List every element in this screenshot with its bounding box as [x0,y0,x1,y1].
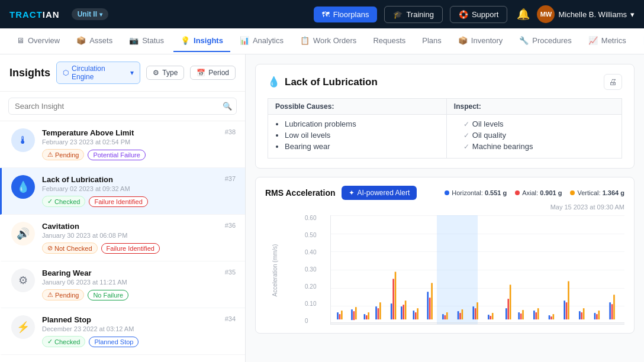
insight-icon: ⚡ [11,315,35,339]
svg-rect-19 [415,312,417,319]
svg-rect-43 [535,312,537,319]
print-button[interactable]: 🖨 [604,74,622,90]
y-axis-labels: 0.60 0.50 0.40 0.30 0.20 0.10 0 [301,215,320,324]
tag-badge: No Failure [88,290,128,300]
notifications-icon[interactable]: 🔔 [517,8,530,21]
training-button[interactable]: 🎓 Training [384,6,442,23]
unit-label: Unit II [78,10,97,18]
inspect-cell: ✓Oil levels ✓Oil quality ✓Machine bearin… [446,115,622,159]
print-icon: 🖨 [609,77,617,86]
nav-inventory[interactable]: 📦 Inventory [451,30,510,52]
floorplans-button[interactable]: 🗺 Floorplans [314,7,378,22]
top-nav: TRACTIAN Unit II ▾ 🗺 Floorplans 🎓 Traini… [0,0,644,28]
avatar: MW [537,5,555,23]
type-filter-icon: ⚙ [153,69,159,77]
svg-rect-51 [579,311,581,319]
svg-rect-28 [459,313,461,319]
svg-rect-18 [413,311,415,319]
svg-rect-13 [392,279,394,319]
type-filter[interactable]: ⚙ Type [146,66,184,80]
training-icon: 🎓 [393,10,402,19]
svg-rect-21 [427,292,429,319]
svg-rect-25 [445,315,446,319]
period-filter-icon: 📅 [197,69,205,77]
nav-reports[interactable]: 📄 Reports [636,30,644,52]
support-button[interactable]: 🛟 Support [450,6,508,23]
svg-rect-47 [553,314,555,319]
svg-rect-44 [537,308,539,319]
period-filter[interactable]: 📅 Period [190,66,236,80]
svg-rect-41 [522,310,524,319]
nav-analytics[interactable]: 📊 Analytics [233,30,291,52]
chart-timestamp: May 15 2023 at 09:30 AM [265,203,624,211]
secondary-nav: 🖥 Overview 📦 Assets 📷 Status 💡 Insights … [0,28,644,54]
tag-badge: Planned Stop [89,337,139,347]
asset-filter[interactable]: ⬡ Circulation Engine ▾ [56,62,140,84]
nav-workorders[interactable]: 📋 Work Orders [293,30,363,52]
insight-icon: 💧 [11,175,35,199]
nav-assets[interactable]: 📦 Assets [69,30,120,52]
tag-badge: Failure Identified [89,196,147,207]
status-icon: 📷 [129,36,139,45]
nav-procedures[interactable]: 🔧 Procedures [512,30,578,52]
chart-header: RMS Acceleration ✦ AI-powered Alert Hori… [265,186,624,200]
support-icon: 🛟 [459,10,468,19]
check-icon: ✓ [463,131,469,140]
search-wrap: 🔍 [8,98,237,115]
causes-header: Possible Causes: [268,99,447,115]
status-badge: ✓ Checked [42,196,85,207]
svg-rect-27 [458,311,459,319]
metrics-icon: 📈 [588,36,598,45]
nav-overview[interactable]: 🖥 Overview [9,30,67,52]
main-content: Insights ⬡ Circulation Engine ▾ ⚙ Type 📅… [0,54,644,362]
workorders-icon: 📋 [300,36,310,45]
svg-rect-55 [596,314,598,319]
svg-rect-34 [490,316,492,319]
svg-rect-49 [566,302,568,319]
status-badge: ⚠ Pending [42,289,84,300]
nav-metrics[interactable]: 📈 Metrics [581,30,633,52]
svg-rect-3 [351,309,353,320]
search-input[interactable] [8,98,237,115]
inventory-icon: 📦 [458,36,468,45]
user-menu[interactable]: MW Michelle B. Williams ▾ [537,5,635,23]
insight-content: Bearing Wear January 06 2023 at 11:21 AM… [42,269,236,300]
list-item[interactable]: 🔊 Cavitation January 30 2023 at 06:08 PM… [0,215,245,261]
check-icon: ✓ [463,143,469,151]
nav-status[interactable]: 📷 Status [122,30,171,52]
svg-rect-40 [520,313,522,319]
ai-alert-button[interactable]: ✦ AI-powered Alert [342,186,417,200]
list-item[interactable]: ⚡ Planned Stop December 23 2022 at 03:12… [0,308,245,355]
svg-rect-54 [594,313,596,319]
svg-rect-58 [611,304,613,319]
list-item[interactable]: 💧 Lack of Lubrication February 02 2023 a… [0,168,245,215]
svg-rect-16 [402,305,404,319]
nav-plans[interactable]: Plans [415,30,449,52]
svg-rect-46 [550,316,552,319]
svg-rect-7 [366,315,368,319]
insight-content: Lack of Lubrication February 02 2023 at … [42,175,236,207]
floorplans-icon: 🗺 [322,10,330,19]
chart-area: 0.60 0.50 0.40 0.30 0.20 0.10 0 [330,215,624,325]
nav-requests[interactable]: Requests [366,30,413,52]
insight-icon: 🔊 [11,222,35,245]
chevron-down-icon: ▾ [99,11,102,18]
nav-insights[interactable]: 💡 Insights [173,30,230,52]
svg-rect-33 [488,315,490,319]
status-badge: ⚠ Pending [42,149,84,160]
list-item[interactable]: 🌡 Temperature Above Limit February 23 20… [0,121,245,168]
causes-cell: Lubrication problems Low oil levels Bear… [268,115,447,159]
causes-table: Possible Causes: Inspect: Lubrication pr… [268,98,622,159]
svg-rect-50 [568,281,569,319]
svg-rect-37 [507,299,509,319]
svg-rect-36 [505,308,507,319]
page-title: Insights [9,67,50,79]
svg-rect-20 [417,308,418,319]
search-icon: 🔍 [223,102,232,111]
list-item[interactable]: ⚖ Unbalance December 18 2022 at 07:47 AM… [0,355,245,362]
ai-icon: ✦ [349,189,355,197]
svg-rect-52 [581,312,582,319]
unit-selector[interactable]: Unit II ▾ [72,8,108,20]
insight-content: Cavitation January 30 2023 at 06:08 PM ⊘… [42,222,236,254]
list-item[interactable]: ⚙ Bearing Wear January 06 2023 at 11:21 … [0,261,245,308]
